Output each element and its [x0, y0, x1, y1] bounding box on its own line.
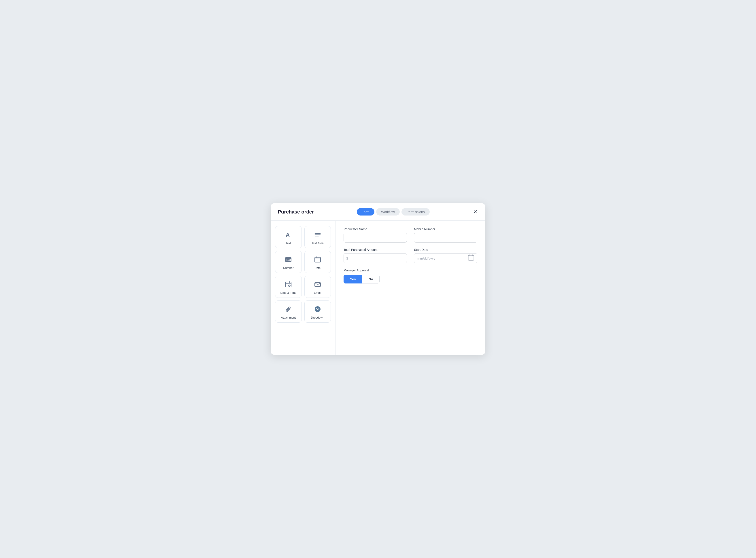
total-amount-label: Total Purchased Amount	[344, 248, 407, 252]
tab-workflow[interactable]: Workflow	[376, 208, 400, 215]
approval-yes-button[interactable]: Yes	[344, 275, 362, 283]
field-manager-approval: Manager Approval Yes No	[344, 269, 477, 283]
widget-number-label: Number	[283, 266, 293, 270]
form-area: Requester Name Mobile Number Total Purch…	[336, 221, 485, 355]
widget-attachment[interactable]: Attachment	[275, 301, 302, 323]
manager-approval-label: Manager Approval	[344, 269, 477, 272]
text-icon: A	[284, 230, 293, 239]
svg-rect-6	[315, 257, 320, 262]
dropdown-icon	[313, 305, 322, 314]
field-sidebar: A Text Text Area	[271, 221, 336, 355]
widget-number[interactable]: 123 Number	[275, 251, 302, 273]
svg-text:123: 123	[286, 258, 291, 261]
widget-email[interactable]: Email	[304, 276, 331, 298]
datetime-icon	[284, 280, 293, 289]
dollar-wrapper: $	[344, 253, 407, 263]
requester-name-label: Requester Name	[344, 227, 407, 231]
requester-name-input[interactable]	[344, 233, 407, 243]
form-grid: Requester Name Mobile Number Total Purch…	[344, 227, 477, 283]
modal-header: Purchase order Form Workflow Permissions…	[271, 203, 485, 221]
widget-datetime[interactable]: Date & Time	[275, 276, 302, 298]
widget-date[interactable]: Date	[304, 251, 331, 273]
widget-text-label: Text	[286, 242, 291, 245]
start-date-label: Start Date	[414, 248, 477, 252]
field-total-purchased-amount: Total Purchased Amount $	[344, 248, 407, 263]
widget-textarea[interactable]: Text Area	[304, 226, 331, 248]
approval-btn-group: Yes No	[344, 275, 477, 283]
close-button[interactable]: ✕	[472, 209, 478, 215]
mobile-number-label: Mobile Number	[414, 227, 477, 231]
widget-dropdown-label: Dropdown	[311, 316, 324, 319]
tab-group: Form Workflow Permissions	[357, 208, 430, 215]
widget-date-label: Date	[315, 266, 320, 270]
widget-grid: A Text Text Area	[275, 226, 331, 323]
svg-text:A: A	[286, 232, 290, 238]
field-start-date: Start Date	[414, 248, 477, 263]
close-icon: ✕	[473, 209, 477, 214]
modal-title: Purchase order	[278, 209, 314, 215]
tab-form[interactable]: Form	[357, 208, 374, 215]
widget-textarea-label: Text Area	[312, 242, 324, 245]
widget-dropdown[interactable]: Dropdown	[304, 301, 331, 323]
field-mobile-number: Mobile Number	[414, 227, 477, 243]
widget-datetime-label: Date & Time	[280, 291, 296, 295]
widget-attachment-label: Attachment	[281, 316, 296, 319]
textarea-icon	[313, 230, 322, 239]
total-amount-input[interactable]	[344, 253, 407, 263]
modal-body: A Text Text Area	[271, 221, 485, 355]
approval-no-button[interactable]: No	[362, 275, 380, 283]
tab-permissions[interactable]: Permissions	[401, 208, 430, 215]
widget-text[interactable]: A Text	[275, 226, 302, 248]
attachment-icon	[284, 305, 293, 314]
field-requester-name: Requester Name	[344, 227, 407, 243]
svg-point-18	[315, 306, 320, 312]
purchase-order-modal: Purchase order Form Workflow Permissions…	[271, 203, 485, 355]
mobile-number-input[interactable]	[414, 233, 477, 243]
email-icon	[313, 280, 322, 289]
date-icon	[313, 255, 322, 264]
start-date-input[interactable]	[414, 253, 477, 263]
widget-email-label: Email	[314, 291, 321, 295]
date-wrapper	[414, 253, 477, 263]
number-icon: 123	[284, 255, 293, 264]
